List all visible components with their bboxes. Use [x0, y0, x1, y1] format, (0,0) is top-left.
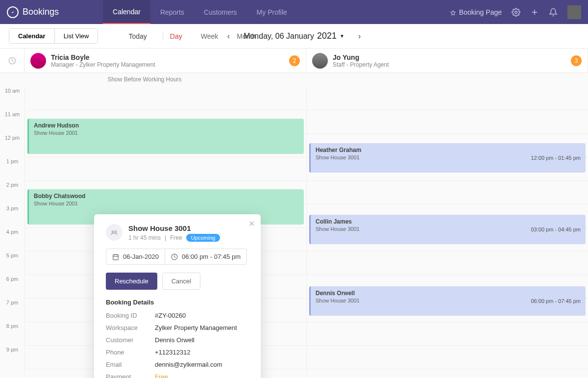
- time-label: 1 pm: [0, 157, 24, 181]
- resource-name: Jo Yung: [333, 53, 389, 61]
- nav-right: Booking Page: [450, 5, 581, 19]
- plus-icon[interactable]: [530, 8, 539, 17]
- nav-tab-calendar[interactable]: Calendar: [103, 0, 150, 24]
- time-cell: 06:00 pm - 07:45 pm: [165, 249, 247, 265]
- time-label: 3 pm: [0, 204, 24, 228]
- event-time: 03:00 pm - 04:45 pm: [531, 227, 581, 232]
- time-label: 11 am: [0, 110, 24, 134]
- detail-label: Workspace: [106, 324, 155, 331]
- resource-role: Staff - Property Agent: [333, 61, 389, 68]
- reschedule-button[interactable]: Reschedule: [106, 273, 157, 290]
- date-cell: 06-Jan-2020: [106, 249, 165, 265]
- detail-label: Customer: [106, 336, 155, 344]
- detail-value: dennis@zylkermail.com: [155, 361, 222, 368]
- app-logo-icon: [7, 6, 19, 18]
- detail-value: Dennis Orwell: [155, 336, 195, 344]
- time-label: 4 pm: [0, 228, 24, 252]
- sub-toolbar: Calendar List View Today Day Week Month …: [0, 24, 588, 49]
- scope-day[interactable]: Day: [163, 32, 182, 40]
- time-label: 12 pm: [0, 134, 24, 157]
- bell-icon[interactable]: [549, 8, 558, 17]
- user-avatar[interactable]: [567, 5, 581, 19]
- booking-page-link[interactable]: Booking Page: [450, 8, 502, 16]
- svg-rect-6: [113, 254, 119, 260]
- resource-col-1: Tricia Boyle Manager - Zylker Property M…: [24, 49, 306, 73]
- event-count-badge: 3: [571, 55, 582, 66]
- nav-tab-myprofile[interactable]: My Profile: [247, 0, 297, 24]
- event-time: 06:00 pm - 07:45 pm: [531, 298, 581, 304]
- view-list-btn[interactable]: List View: [55, 29, 98, 43]
- clock-icon: [171, 253, 178, 260]
- resource-name: Tricia Boyle: [51, 53, 155, 61]
- prev-day-button[interactable]: ‹: [227, 32, 230, 41]
- top-nav: Bookings Calendar Reports Customers My P…: [0, 0, 588, 24]
- event-service: Show House 2001: [34, 201, 299, 206]
- calendar-event[interactable]: Heather GrahamShow House 300112:00 pm - …: [309, 143, 586, 173]
- event-customer: Collin James: [316, 218, 581, 225]
- popover-price: Free: [170, 234, 182, 241]
- time-label: 10 am: [0, 87, 24, 110]
- time-label: 9 pm: [0, 346, 24, 369]
- show-before-hours-link[interactable]: Show Before Working Hours: [24, 76, 265, 83]
- next-day-button[interactable]: ›: [358, 32, 361, 41]
- svg-point-5: [115, 231, 117, 232]
- view-toggle: Calendar List View: [9, 28, 98, 44]
- clock-icon: [8, 57, 16, 65]
- detail-value: #ZY-00260: [155, 312, 186, 319]
- today-button[interactable]: Today: [128, 32, 147, 40]
- calendar-event[interactable]: Andrew HudsonShow House 2001: [27, 119, 304, 154]
- chevron-down-icon: ▼: [340, 33, 344, 39]
- calendar-icon: [112, 253, 119, 260]
- datetime-row: 06-Jan-2020 06:00 pm - 07:45 pm: [106, 249, 249, 265]
- popover-duration: 1 hr 45 mins: [128, 234, 161, 241]
- date-navigator: ‹ Monday, 06 January 2021 ▼ ›: [227, 31, 361, 41]
- svg-point-0: [515, 11, 517, 13]
- time-label: 6 pm: [0, 275, 24, 299]
- nav-tab-reports[interactable]: Reports: [150, 0, 194, 24]
- time-label: 5 pm: [0, 252, 24, 275]
- event-service: Show House 2001: [34, 130, 299, 136]
- scope-week[interactable]: Week: [194, 32, 219, 40]
- app-name: Bookings: [23, 7, 59, 17]
- time-label: 7 pm: [0, 299, 24, 322]
- detail-value: Zylker Property Management: [155, 324, 237, 331]
- event-customer: Heather Graham: [316, 147, 581, 153]
- logo: Bookings: [7, 6, 59, 18]
- nav-tabs: Calendar Reports Customers My Profile: [103, 0, 297, 24]
- detail-label: Payment: [106, 373, 155, 378]
- svg-point-4: [112, 231, 114, 232]
- event-customer: Dennis Orwell: [316, 290, 581, 297]
- time-label: 2 pm: [0, 181, 24, 204]
- calendar-body: Show Before Working Hours 10 am11 am12 p…: [0, 73, 588, 378]
- event-customer: Bobby Chatswood: [34, 193, 299, 200]
- resource-avatar: [30, 53, 46, 69]
- resource-col-2: Jo Yung Staff - Property Agent 3: [306, 49, 588, 73]
- event-count-badge: 2: [289, 55, 300, 66]
- calendar-event[interactable]: Collin JamesShow House 300103:00 pm - 04…: [309, 215, 586, 244]
- gear-icon[interactable]: [512, 8, 520, 17]
- detail-label: Email: [106, 361, 155, 368]
- resource-role: Manager - Zylker Property Management: [51, 61, 155, 68]
- view-calendar-btn[interactable]: Calendar: [9, 29, 55, 43]
- close-icon[interactable]: ✕: [248, 219, 255, 228]
- status-badge: Upcoming: [186, 234, 220, 242]
- detail-label: Phone: [106, 349, 155, 356]
- nav-tab-customers[interactable]: Customers: [194, 0, 247, 24]
- resource-avatar: [312, 53, 328, 69]
- detail-value: Free: [155, 373, 168, 378]
- day-col-2[interactable]: Heather GrahamShow House 300112:00 pm - …: [306, 87, 588, 378]
- event-popover: ✕ Show House 3001 1 hr 45 mins | Free Up…: [94, 214, 261, 378]
- resource-header-row: Tricia Boyle Manager - Zylker Property M…: [0, 49, 588, 73]
- time-gutter: 10 am11 am12 pm1 pm2 pm3 pm4 pm5 pm6 pm7…: [0, 87, 24, 378]
- cancel-button[interactable]: Cancel: [162, 273, 200, 290]
- detail-value: +112312312: [155, 349, 191, 356]
- event-time: 12:00 pm - 01:45 pm: [531, 155, 581, 161]
- booking-details-heading: Booking Details: [106, 299, 249, 306]
- date-display[interactable]: Monday, 06 January 2021 ▼: [244, 31, 344, 41]
- calendar-event[interactable]: Dennis OrwellShow House 300106:00 pm - 0…: [309, 286, 586, 316]
- detail-label: Booking ID: [106, 312, 155, 319]
- event-customer: Andrew Hudson: [34, 122, 299, 129]
- event-type-icon: [106, 224, 122, 241]
- time-gutter-head: [0, 49, 24, 73]
- time-label: 8 pm: [0, 322, 24, 346]
